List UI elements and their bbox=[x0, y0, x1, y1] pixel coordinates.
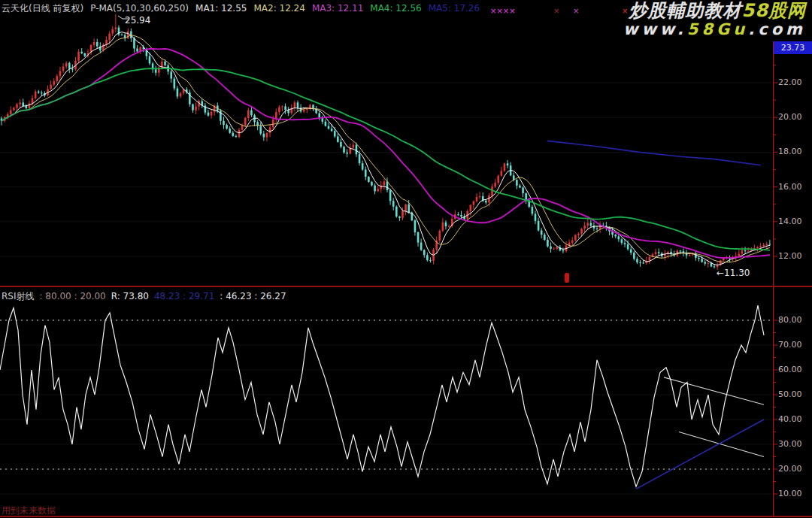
axis-tick-label: 30.00 bbox=[778, 439, 802, 449]
delete-mark-icon: × bbox=[573, 7, 579, 15]
axis-tick-label: 16.00 bbox=[778, 182, 802, 192]
rsi-white-values: : 46.23 : 26.27 bbox=[220, 291, 286, 301]
trading-app-window: 云天化(日线 前复权)P-MA(5,10,30,60,250)MA1: 12.5… bbox=[0, 0, 812, 518]
watermark-line1: 炒股輔助教材58股网 bbox=[623, 1, 806, 20]
watermark-line2: www.58Gu.com bbox=[623, 20, 806, 38]
axis-tick-label: 40.00 bbox=[778, 414, 802, 424]
axis-tick-label: 10.00 bbox=[778, 489, 802, 498]
watermark-url-highlight: 58Gu bbox=[687, 20, 748, 38]
axis-tick-label: 70.00 bbox=[778, 340, 802, 350]
axis-tick-label: 12.00 bbox=[778, 251, 802, 261]
ma-value-label: MA3: 12.11 bbox=[312, 3, 363, 14]
ma-values: MA1: 12.55MA2: 12.24MA3: 12.11MA4: 12.56… bbox=[195, 3, 486, 14]
peak-price-annotation: 25.94 bbox=[125, 15, 150, 26]
rsi-range-values: : 80.00 : 20.00 bbox=[40, 291, 106, 301]
low-price-annotation: ←11.30 bbox=[717, 268, 750, 278]
watermark-text-yellow: 58股网 bbox=[742, 0, 806, 21]
price-chart[interactable] bbox=[0, 12, 773, 287]
axis-tick-label: 22.00 bbox=[778, 77, 802, 87]
delete-mark-icon: × bbox=[553, 7, 559, 15]
rsi-header: RSI射线: 80.00 : 20.00R: 73.8048.23 : 29.7… bbox=[2, 290, 292, 303]
symbol-title: 云天化(日线 前复权) bbox=[2, 3, 83, 14]
ma-value-label: MA2: 12.24 bbox=[253, 3, 304, 14]
axis-tick-label: 50.00 bbox=[778, 389, 802, 399]
watermark-url-suffix: .com bbox=[748, 20, 806, 38]
axis-tick-label: 60.00 bbox=[778, 365, 802, 374]
rsi-chart[interactable] bbox=[0, 303, 773, 516]
watermark: 炒股輔助教材58股网 www.58Gu.com bbox=[623, 1, 806, 38]
current-price-label: 23.73 bbox=[781, 43, 805, 53]
delete-mark-icon: ×××× bbox=[490, 7, 516, 15]
watermark-url-prefix: www. bbox=[623, 20, 687, 38]
current-price-box: 23.73 bbox=[774, 41, 812, 54]
footer-note: 用到未来数据 bbox=[2, 504, 56, 517]
signal-marker bbox=[565, 273, 569, 283]
ma-value-label: MA4: 12.56 bbox=[370, 3, 421, 14]
indicator-label: P-MA(5,10,30,60,250) bbox=[90, 3, 189, 14]
ma-value-label: MA5: 17.26 bbox=[429, 3, 480, 14]
watermark-text-white: 炒股輔助教材 bbox=[629, 0, 742, 21]
axis-tick-label: 14.00 bbox=[778, 217, 802, 226]
rsi-r-value: R: 73.80 bbox=[111, 291, 149, 301]
axis-tick-label: 18.00 bbox=[778, 147, 802, 156]
panel-divider[interactable] bbox=[0, 286, 812, 287]
axis-tick-label: 80.00 bbox=[778, 315, 802, 325]
ma-value-label: MA1: 12.55 bbox=[195, 3, 247, 14]
axis-tick-label: 20.00 bbox=[778, 464, 802, 474]
rsi-title: RSI射线 bbox=[2, 291, 35, 301]
rsi-blue-values: 48.23 : 29.71 bbox=[154, 291, 214, 301]
chart-header: 云天化(日线 前复权)P-MA(5,10,30,60,250)MA1: 12.5… bbox=[2, 2, 493, 15]
bottom-border bbox=[0, 516, 812, 517]
axis-tick-label: 20.00 bbox=[778, 112, 802, 122]
